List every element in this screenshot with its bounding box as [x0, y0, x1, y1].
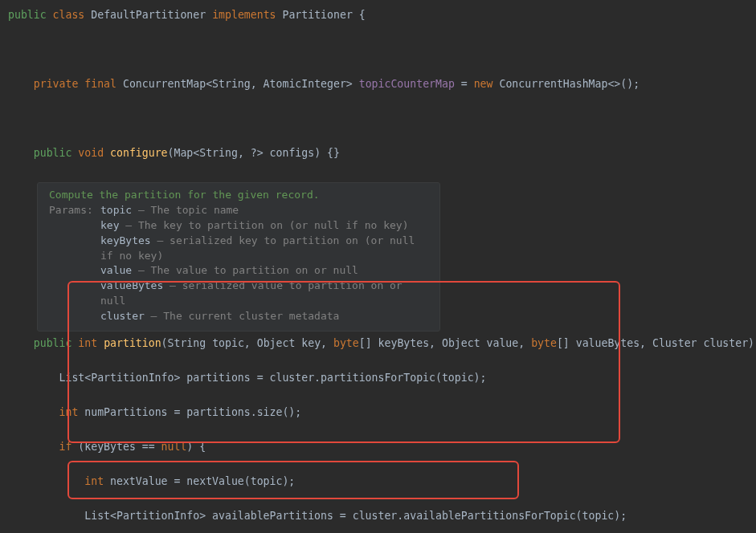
brace-open: { — [353, 9, 366, 21]
field-type: ConcurrentMap<String, AtomicInteger> — [123, 78, 353, 90]
code-line: public int partition(String topic, Objec… — [8, 335, 748, 352]
code-block[interactable]: public int partition(String topic, Objec… — [8, 335, 748, 533]
blank-line — [8, 110, 748, 128]
param-desc: – The key to partition on (or null if no… — [119, 219, 408, 231]
javadoc-param-row: value – The value to partition on or nul… — [100, 263, 428, 279]
javadoc-param-row: key – The key to partition on (or null i… — [100, 218, 428, 234]
keyword-class: class — [53, 9, 85, 21]
code-block[interactable]: public class DefaultPartitioner implemen… — [8, 6, 748, 179]
param-desc: – The value to partition on or null — [132, 264, 358, 276]
sig-seg: (String topic, Object key, — [161, 337, 333, 349]
method-name: partition — [104, 337, 161, 349]
keyword-final: final — [84, 78, 116, 90]
code-text: numPartitions = partitions.size(); — [78, 406, 301, 418]
javadoc-summary: Compute the partition for the given reco… — [49, 188, 428, 203]
blank-line — [8, 41, 748, 59]
keyword-int: int — [84, 475, 104, 487]
param-desc: – The current cluster metadata — [145, 310, 340, 322]
params: (Map<String, ?> configs) {} — [168, 147, 340, 159]
keyword-void: void — [78, 147, 104, 159]
javadoc-param-row: cluster – The current cluster metadata — [100, 309, 428, 324]
code-line: int numPartitions = partitions.size(); — [8, 404, 748, 421]
code-line: private final ConcurrentMap<String, Atom… — [8, 75, 748, 93]
javadoc-param-row: topic – The topic name — [100, 203, 428, 218]
keyword-public: public — [34, 337, 72, 349]
param-name: topic — [100, 204, 132, 216]
keyword-null: null — [161, 441, 187, 453]
code-line: if (keyBytes == null) { — [8, 438, 748, 456]
code-line: public class DefaultPartitioner implemen… — [8, 6, 748, 24]
keyword-public: public — [8, 9, 47, 21]
keyword-private: private — [34, 78, 79, 90]
keyword-int: int — [78, 337, 97, 349]
class-name: DefaultPartitioner — [91, 9, 206, 21]
param-name: cluster — [100, 310, 145, 322]
keyword-byte: byte — [333, 337, 359, 349]
code-line: List<PartitionInfo> partitions = cluster… — [8, 369, 748, 387]
code-line: List<PartitionInfo> availablePartitions … — [8, 507, 748, 525]
code-text: (keyBytes == — [72, 441, 161, 453]
param-name: keyBytes — [100, 234, 151, 246]
code-line: int nextValue = nextValue(topic); — [8, 473, 748, 490]
sig-seg: [] valueBytes, Cluster cluster) { — [557, 337, 756, 349]
param-name: key — [100, 219, 119, 231]
param-name: valueBytes — [100, 279, 163, 291]
keyword-new: new — [474, 78, 493, 90]
keyword-implements: implements — [212, 9, 276, 21]
javadoc-params-label: Params: — [49, 203, 100, 324]
interface-name: Partitioner — [282, 9, 352, 21]
ctor: ConcurrentHashMap<>(); — [499, 78, 640, 90]
javadoc-popup: Compute the partition for the given reco… — [37, 182, 440, 332]
keyword-int: int — [59, 406, 79, 418]
eq: = — [455, 78, 474, 90]
code-text: ) { — [186, 441, 206, 453]
keyword-if: if — [59, 441, 72, 453]
javadoc-param-row: keyBytes – serialized key to partition o… — [100, 234, 428, 264]
method-name: configure — [110, 147, 167, 159]
param-desc: – The topic name — [132, 204, 239, 216]
keyword-public: public — [34, 147, 72, 159]
javadoc-param-row: valueBytes – serialized value to partiti… — [100, 279, 428, 309]
keyword-byte: byte — [531, 337, 557, 349]
field-name: topicCounterMap — [359, 78, 455, 90]
param-name: value — [100, 264, 132, 276]
code-line: public void configure(Map<String, ?> con… — [8, 144, 748, 162]
sig-seg: [] keyBytes, Object value, — [359, 337, 531, 349]
code-text: nextValue = nextValue(topic); — [104, 475, 295, 487]
